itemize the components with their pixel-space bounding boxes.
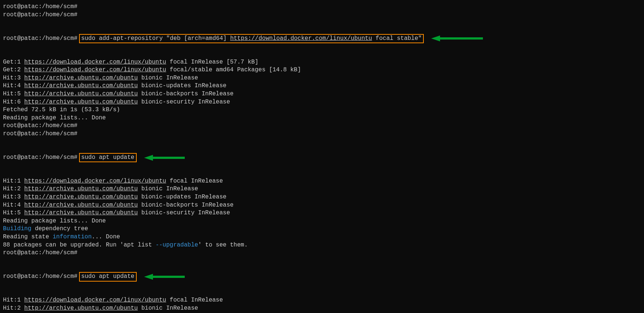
arrow-annotation-icon <box>144 257 185 296</box>
url: http://archive.ubuntu.com/ubuntu <box>24 193 138 201</box>
prompt: root@patac:/home/scm# <box>3 35 78 43</box>
prompt: root@patac:/home/scm# <box>3 154 78 162</box>
text: bionic-updates InRelease <box>138 82 226 90</box>
url: https://download.docker.com/linux/ubuntu <box>24 296 166 305</box>
text: bionic InRelease <box>138 305 198 313</box>
text: Hit:5 <box>3 209 24 217</box>
command-line: root@patac:/home/scm# sudo apt update <box>3 257 641 296</box>
text: Hit:2 <box>3 185 24 193</box>
text: Hit:1 <box>3 296 24 305</box>
url: http://archive.ubuntu.com/ubuntu <box>24 305 138 313</box>
prompt: root@patac:/home/scm# <box>3 273 78 281</box>
text: Hit:1 <box>3 177 24 186</box>
cmd-text: sudo add-apt-repository "deb [arch=amd64… <box>81 35 230 43</box>
prompt: root@patac:/home/scm# <box>3 3 78 11</box>
output-line: Get:1 https://download.docker.com/linux/… <box>3 58 641 67</box>
command-line: root@patac:/home/scm# sudo apt update <box>3 138 641 177</box>
svg-marker-0 <box>431 35 483 41</box>
url: http://archive.ubuntu.com/ubuntu <box>24 209 138 217</box>
text: focal InRelease <box>166 177 223 186</box>
arrow-annotation-icon <box>144 138 185 177</box>
text: Reading package lists... Done <box>3 217 106 225</box>
cmd-tail: focal stable" <box>372 35 422 43</box>
text-cyan: --upgradable <box>156 241 198 249</box>
output-line: Hit:2 http://archive.ubuntu.com/ubuntu b… <box>3 305 641 313</box>
text-cyan: information <box>52 233 92 241</box>
text: Hit:4 <box>3 82 24 90</box>
svg-marker-2 <box>144 274 185 280</box>
output-line: Hit:2 http://archive.ubuntu.com/ubuntu b… <box>3 185 641 193</box>
text: Fetched 72.5 kB in 1s (53.3 kB/s) <box>3 106 120 114</box>
output-line: 88 packages can be upgraded. Run 'apt li… <box>3 241 641 249</box>
command-line: root@patac:/home/scm# sudo add-apt-repos… <box>3 19 641 58</box>
prompt: root@patac:/home/scm# <box>3 130 78 138</box>
prompt-line: root@patac:/home/scm# <box>3 130 641 138</box>
output-line: Hit:1 https://download.docker.com/linux/… <box>3 177 641 186</box>
highlighted-command-3: sudo apt update <box>79 272 137 282</box>
text: ... Done <box>92 233 120 241</box>
text: Hit:2 <box>3 305 24 313</box>
text: Hit:5 <box>3 90 24 98</box>
text: bionic-security InRelease <box>138 209 230 217</box>
url: http://archive.ubuntu.com/ubuntu <box>24 98 138 106</box>
text: bionic-updates InRelease <box>138 193 226 201</box>
highlighted-command-1: sudo add-apt-repository "deb [arch=amd64… <box>79 34 424 44</box>
prompt-line: root@patac:/home/scm# <box>3 11 641 19</box>
cmd-url: https://download.docker.com/linux/ubuntu <box>230 35 372 43</box>
output-line: Get:2 https://download.docker.com/linux/… <box>3 66 641 74</box>
text: bionic InRelease <box>138 74 198 82</box>
text: Hit:6 <box>3 98 24 106</box>
output-line: Hit:3 http://archive.ubuntu.com/ubuntu b… <box>3 193 641 201</box>
output-line: Hit:4 http://archive.ubuntu.com/ubuntu b… <box>3 82 641 90</box>
text: Hit:3 <box>3 74 24 82</box>
url: https://download.docker.com/linux/ubuntu <box>24 58 166 67</box>
url: http://archive.ubuntu.com/ubuntu <box>24 74 138 82</box>
output-line: Hit:4 http://archive.ubuntu.com/ubuntu b… <box>3 201 641 210</box>
text: bionic InRelease <box>138 185 198 193</box>
text: bionic-backports InRelease <box>138 90 234 98</box>
url: https://download.docker.com/linux/ubuntu <box>24 177 166 186</box>
output-line: Hit:5 http://archive.ubuntu.com/ubuntu b… <box>3 209 641 217</box>
prompt: root@patac:/home/scm# <box>3 122 78 130</box>
output-line: Hit:6 http://archive.ubuntu.com/ubuntu b… <box>3 98 641 106</box>
text: Reading package lists... Done <box>3 114 106 122</box>
highlighted-command-2: sudo apt update <box>79 153 137 163</box>
output-line: Hit:3 http://archive.ubuntu.com/ubuntu b… <box>3 74 641 82</box>
output-line: Hit:5 http://archive.ubuntu.com/ubuntu b… <box>3 90 641 98</box>
url: https://download.docker.com/linux/ubuntu <box>24 66 166 74</box>
text: bionic-security InRelease <box>138 98 230 106</box>
text: focal/stable amd64 Packages [14.8 kB] <box>166 66 301 74</box>
text: focal InRelease <box>166 296 223 305</box>
text: Get:2 <box>3 66 24 74</box>
text: dependency tree <box>31 225 88 233</box>
url: http://archive.ubuntu.com/ubuntu <box>24 90 138 98</box>
terminal-output[interactable]: root@patac:/home/scm# root@patac:/home/s… <box>3 3 641 313</box>
text: bionic-backports InRelease <box>138 201 234 210</box>
text: focal InRelease [57.7 kB] <box>166 58 259 67</box>
output-line: Reading package lists... Done <box>3 217 641 225</box>
text: ' to see them. <box>198 241 248 249</box>
arrow-annotation-icon <box>431 19 483 58</box>
text-cyan: Building <box>3 225 31 233</box>
text: Hit:4 <box>3 201 24 210</box>
output-line: Reading package lists... Done <box>3 114 641 122</box>
svg-marker-1 <box>144 155 185 161</box>
cmd-text: sudo apt update <box>81 154 134 162</box>
text: Hit:3 <box>3 193 24 201</box>
url: http://archive.ubuntu.com/ubuntu <box>24 201 138 210</box>
output-line: Reading state information... Done <box>3 233 641 241</box>
prompt-line: root@patac:/home/scm# <box>3 3 641 11</box>
text: 88 packages can be upgraded. Run 'apt li… <box>3 241 156 249</box>
cmd-text: sudo apt update <box>81 273 134 281</box>
url: http://archive.ubuntu.com/ubuntu <box>24 82 138 90</box>
output-line: Building dependency tree <box>3 225 641 233</box>
output-line: Hit:1 https://download.docker.com/linux/… <box>3 296 641 305</box>
prompt-line: root@patac:/home/scm# <box>3 122 641 130</box>
output-line: Fetched 72.5 kB in 1s (53.3 kB/s) <box>3 106 641 114</box>
text: Reading state <box>3 233 52 241</box>
prompt: root@patac:/home/scm# <box>3 11 78 19</box>
prompt: root@patac:/home/scm# <box>3 249 78 257</box>
prompt-line: root@patac:/home/scm# <box>3 249 641 257</box>
url: http://archive.ubuntu.com/ubuntu <box>24 185 138 193</box>
text: Get:1 <box>3 58 24 67</box>
